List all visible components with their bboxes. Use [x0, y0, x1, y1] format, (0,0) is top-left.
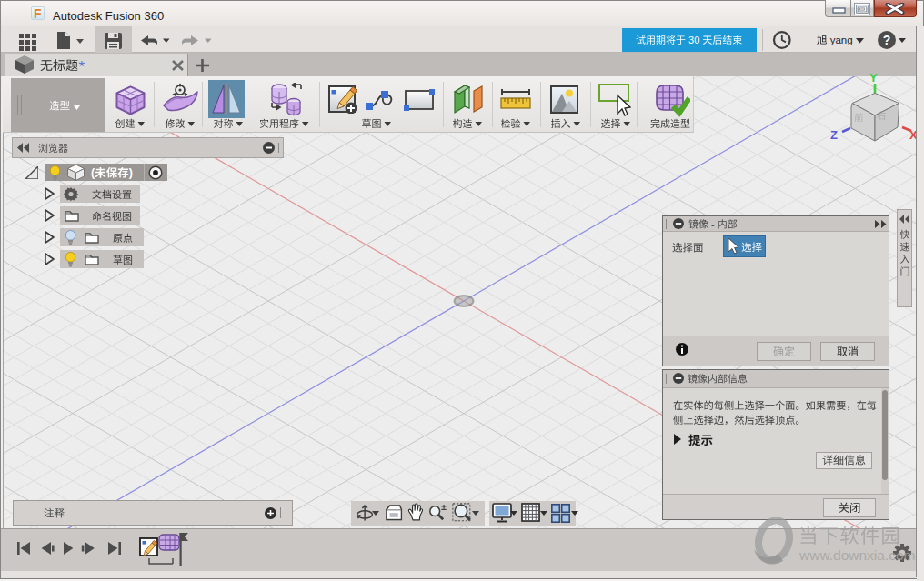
svg-text:Z: Z [830, 128, 838, 142]
svg-text:?: ? [883, 33, 891, 47]
svg-text:Y: Y [869, 71, 878, 85]
